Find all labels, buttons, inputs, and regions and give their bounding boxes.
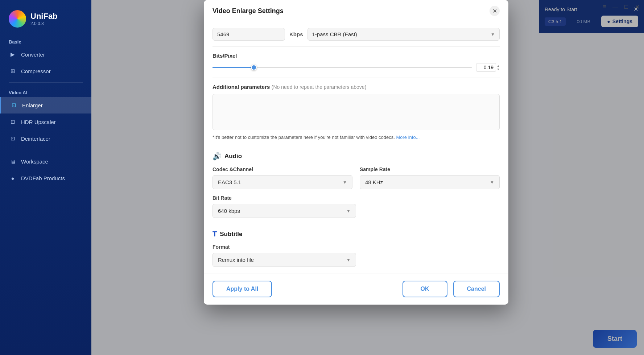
sidebar-item-deinterlacer-label: Deinterlacer [21,136,50,142]
ok-button[interactable]: OK [402,281,447,297]
sidebar-item-enlarger[interactable]: ⊡ Enlarger [0,97,91,113]
encoding-mode-value: 1-pass CBR (Fast) [312,31,357,37]
dvdfab-icon: ● [9,174,17,182]
params-note-text: *It's better not to customize the parame… [212,135,395,140]
audio-section-label: Audio [224,153,242,160]
bit-rate-field: Bit Rate 640 kbps ▼ [212,195,356,218]
more-info-link[interactable]: More info... [396,135,420,140]
app-name: UniFab [30,12,58,21]
subtitle-format-arrow: ▼ [346,257,351,263]
slider-container: ▲ ▼ [212,63,500,72]
cancel-button[interactable]: Cancel [453,281,500,297]
additional-params-section: Additional parameters (No need to repeat… [212,78,500,146]
sidebar-item-hdr-label: HDR Upscaler [21,119,56,125]
sidebar-item-enlarger-label: Enlarger [22,102,43,108]
codec-channel-arrow: ▼ [343,180,347,185]
sample-rate-dropdown[interactable]: 48 KHz ▼ [360,175,500,189]
sidebar-item-workspace-label: Workspace [21,158,48,165]
sidebar-item-dvdfab-label: DVDFab Products [21,175,65,181]
modal-body[interactable]: Kbps 1-pass CBR (Fast) ▼ Bits/Pixel [204,22,508,273]
menu-button[interactable]: ≡ [601,4,608,10]
encoding-dropdown-arrow: ▼ [491,32,495,37]
logo-icon [9,10,26,28]
workspace-icon: 🖥 [9,157,17,165]
video-enlarge-settings-modal: Video Enlarge Settings ✕ Kbps 1-pass CBR… [204,0,508,305]
bits-per-pixel-label: Bits/Pixel [212,53,500,59]
converter-icon: ▶ [9,50,17,58]
encoding-mode-dropdown[interactable]: 1-pass CBR (Fast) ▼ [307,28,500,41]
subtitle-format-dropdown[interactable]: Remux into file ▼ [212,253,356,267]
compressor-icon: ⊞ [9,67,17,75]
slider-value: ▲ ▼ [476,63,500,72]
bit-rate-label: Bit Rate [212,195,356,201]
logo-area: UniFab 2.0.0.3 [0,0,91,36]
params-textarea[interactable] [212,94,500,130]
apply-to-all-button[interactable]: Apply to All [212,281,272,297]
sample-rate-label: Sample Rate [360,166,500,172]
slider-thumb[interactable] [251,65,257,70]
subtitle-section-label: Subtitle [220,231,242,238]
subtitle-format-label: Format [212,244,356,250]
subtitle-format-field: Format Remux into file ▼ [212,244,356,267]
sample-rate-field: Sample Rate 48 KHz ▼ [360,166,500,189]
subtitle-format-value: Remux into file [218,257,254,263]
sidebar-item-compressor[interactable]: ⊞ Compressor [0,63,91,79]
window-controls: ≡ — □ ✕ [601,4,640,10]
spinner-down[interactable]: ▼ [497,68,500,71]
main-area: ≡ — □ ✕ Ready to Start ✕ C3 5.1 00 MB ● … [91,0,644,355]
hdr-upscaler-icon: ⊡ [9,118,17,126]
codec-channel-dropdown[interactable]: EAC3 5.1 ▼ [212,175,352,189]
params-note: *It's better not to customize the parame… [212,135,500,140]
video-ai-section-label: Video AI [0,86,91,97]
sidebar-item-converter[interactable]: ▶ Converter [0,46,91,63]
additional-params-sublabel: (No need to repeat the parameters above) [272,84,367,90]
sidebar-divider-2 [9,150,83,150]
sidebar-item-converter-label: Converter [21,51,45,58]
bit-rate-value: 640 kbps [218,208,240,214]
bit-rate-arrow: ▼ [346,209,351,214]
sample-rate-arrow: ▼ [490,180,494,185]
sidebar: UniFab 2.0.0.3 Basic ▶ Converter ⊞ Compr… [0,0,91,355]
sidebar-item-compressor-label: Compressor [21,68,51,74]
subtitle-icon: T [212,230,217,238]
bitrate-row: Kbps 1-pass CBR (Fast) ▼ [212,22,500,47]
codec-channel-field: Codec &Channel EAC3 5.1 ▼ [212,166,352,189]
app-version: 2.0.0.3 [30,21,58,26]
spinner-up[interactable]: ▲ [497,64,500,67]
deinterlacer-icon: ⊡ [9,135,17,143]
sample-rate-value: 48 KHz [365,179,383,185]
bits-per-pixel-input[interactable] [476,63,496,72]
ok-cancel-group: OK Cancel [402,281,500,297]
additional-params-header: Additional parameters (No need to repeat… [212,84,500,90]
subtitle-section: T Subtitle Format Remux into file ▼ [212,224,500,273]
audio-codec-sample-row: Codec &Channel EAC3 5.1 ▼ Sample Rate 48… [212,166,500,189]
audio-section: 🔊 Audio Codec &Channel EAC3 5.1 ▼ Sample… [212,146,500,224]
bit-rate-dropdown[interactable]: 640 kbps ▼ [212,204,356,218]
sidebar-divider [9,82,83,83]
minimize-button[interactable]: — [612,4,619,10]
bits-per-pixel-section: Bits/Pixel ▲ ▼ [212,47,500,78]
modal-footer: Apply to All OK Cancel [204,273,508,305]
spinner-arrows[interactable]: ▲ ▼ [497,64,500,71]
close-button[interactable]: ✕ [634,4,640,10]
modal-close-button[interactable]: ✕ [490,6,500,16]
audio-icon: 🔊 [212,152,222,161]
slider-track[interactable] [212,67,472,68]
codec-channel-value: EAC3 5.1 [218,179,241,185]
enlarger-icon: ⊡ [10,101,18,109]
kbps-label: Kbps [289,31,303,37]
basic-section-label: Basic [0,36,91,46]
subtitle-section-header: T Subtitle [212,230,500,238]
audio-section-header: 🔊 Audio [212,152,500,161]
sidebar-item-workspace[interactable]: 🖥 Workspace [0,153,91,170]
sidebar-item-dvdfab[interactable]: ● DVDFab Products [0,170,91,186]
slider-fill [212,67,254,68]
sidebar-item-deinterlacer[interactable]: ⊡ Deinterlacer [0,130,91,147]
additional-params-label: Additional parameters [212,84,270,90]
modal-title: Video Enlarge Settings [212,7,284,15]
sidebar-item-hdr-upscaler[interactable]: ⊡ HDR Upscaler [0,113,91,130]
maximize-button[interactable]: □ [623,4,629,10]
bitrate-input[interactable] [212,28,285,41]
modal-header: Video Enlarge Settings ✕ [204,0,508,22]
codec-channel-label: Codec &Channel [212,166,352,172]
